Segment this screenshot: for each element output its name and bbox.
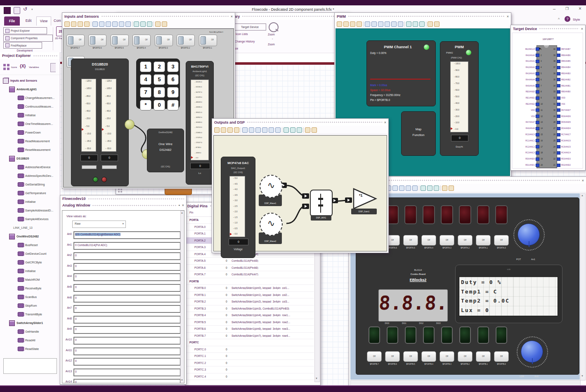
pin-name-left[interactable]: RA2/ANA2	[513, 66, 536, 68]
zoom-in-icon[interactable]	[155, 21, 161, 27]
copy-icon[interactable]	[350, 21, 355, 27]
keypad-key[interactable]: 5	[154, 74, 165, 85]
port-switch-button[interactable]: Off	[458, 351, 473, 362]
keypad-key[interactable]: 9	[167, 87, 179, 98]
channel-value-input[interactable]: 0 ComboBL0114(Pot ADC)	[73, 242, 181, 250]
redo-icon[interactable]	[221, 127, 226, 133]
inputs-titlebar[interactable]: Inputs and Sensors×	[62, 13, 235, 20]
rotate-right-icon[interactable]	[385, 21, 390, 27]
rotate-right-icon[interactable]	[399, 185, 404, 191]
channel-value-input[interactable]: 0	[73, 326, 181, 334]
pin-name-left[interactable]: RC1/ANC1	[513, 140, 536, 142]
pin-name-right[interactable]: RB0/ANB0	[560, 91, 583, 93]
pan-icon[interactable]	[147, 21, 152, 27]
analog-scrollbar[interactable]	[180, 211, 184, 383]
channel-value-input[interactable]: 0	[73, 347, 181, 355]
zoom-out-label[interactable]: Zoom	[268, 43, 275, 46]
component-properties-button[interactable]: Component Properties	[3, 35, 53, 42]
send-to-back-icon[interactable]	[371, 21, 377, 27]
analog-window-titlebar[interactable]: Analog Window▪×	[60, 202, 186, 209]
sensor-button[interactable]	[82, 165, 97, 169]
close-icon[interactable]: ×	[384, 120, 386, 124]
dsp-mixer-block[interactable]	[310, 190, 333, 217]
port-switch-button[interactable]: Off	[494, 235, 509, 246]
flip-vertical-icon[interactable]	[275, 127, 281, 133]
flip-horizontal-icon[interactable]	[406, 185, 411, 191]
pin-name-right[interactable]: RC7/ANC7	[560, 134, 583, 136]
send-to-back-icon[interactable]	[249, 127, 254, 133]
flip-horizontal-icon[interactable]	[391, 21, 397, 27]
pin-row[interactable]: PORTA.5 0 ComboBL0114(PinA5)	[186, 258, 314, 265]
flip-horizontal-icon[interactable]	[269, 127, 274, 133]
keypad-key[interactable]: *	[140, 100, 151, 110]
snap-grid-icon[interactable]	[290, 127, 295, 133]
pin-name-left[interactable]: RD1/AND1	[513, 164, 536, 166]
sensor-button[interactable]	[102, 165, 117, 169]
rotate-right-icon[interactable]	[262, 127, 267, 133]
paste-icon[interactable]	[84, 21, 90, 27]
pot-knob[interactable]	[517, 223, 540, 246]
tree-item[interactable]: AmbientLight1	[1, 85, 59, 94]
scroll-down-icon[interactable]: ▼	[581, 375, 584, 377]
one-wire-node[interactable]	[125, 120, 135, 129]
undo-icon[interactable]: ↺	[23, 6, 27, 12]
ldr-knob[interactable]	[521, 340, 543, 363]
snap-grid-icon[interactable]	[140, 21, 146, 27]
tree-item[interactable]: OneTimeMeasurem...	[1, 120, 59, 128]
redo-icon[interactable]	[71, 21, 76, 27]
zoom-out-icon[interactable]	[312, 127, 317, 133]
rotate-left-icon[interactable]	[392, 185, 398, 191]
pin-name-right[interactable]: RD7/AND7	[560, 109, 583, 111]
save-icon[interactable]	[14, 7, 20, 14]
change-history-menu-item[interactable]: Change History	[235, 40, 255, 43]
port-switch-button[interactable]: Off	[403, 351, 418, 362]
pin-row[interactable]: PORTC	[186, 339, 314, 346]
channel-value-input[interactable]: 0	[73, 337, 181, 345]
tree-item[interactable]: SampleAddressedD...	[1, 206, 59, 215]
target-device-titlebar[interactable]: Target Device×	[511, 25, 585, 32]
tab-file[interactable]: File	[4, 16, 20, 26]
port-switch-button[interactable]: Off	[476, 235, 491, 246]
help-icon[interactable]: ?	[565, 16, 570, 22]
align-icon[interactable]	[421, 185, 426, 191]
scroll-down-icon[interactable]: ▼	[315, 377, 318, 380]
pwm-titlebar[interactable]: PWM×	[335, 13, 511, 20]
tree-item[interactable]: DS18B20	[1, 154, 59, 163]
port-switch-button[interactable]: Off	[440, 235, 454, 246]
pin-name-right[interactable]: VSS	[560, 103, 583, 105]
keypad-key[interactable]: #	[167, 100, 179, 110]
icon-lists-menu-item[interactable]: Icon Lists	[236, 33, 248, 35]
explorer-footer-box[interactable]	[3, 358, 57, 374]
align-icon[interactable]	[284, 127, 289, 133]
pan-icon[interactable]	[297, 127, 302, 133]
pin-name-right[interactable]: RB2/ANB2	[560, 79, 583, 81]
close-icon[interactable]: ×	[231, 14, 233, 19]
bh1750-block[interactable]: BH1750FVI AmbientLight1 (I2C CH1) 65535.…	[186, 61, 214, 185]
tree-item[interactable]: Initialise	[1, 197, 59, 206]
pin-row[interactable]: PORTB.4 0 SwitchArraySlider1(pin4), keyp…	[186, 312, 314, 319]
snap-grid-icon[interactable]	[413, 21, 418, 27]
zoom-out-icon[interactable]	[434, 21, 440, 27]
channel-value-input[interactable]: 0	[73, 263, 181, 271]
tree-item[interactable]: ScanBus	[1, 293, 59, 301]
pin-row[interactable]: PORTB.7 0 SwitchArraySlider1(pin7), keyp…	[186, 333, 314, 340]
tree-item[interactable]: ChangeMeasuremen...	[1, 94, 59, 102]
tree-item[interactable]: AddressNextDevice	[1, 163, 59, 171]
channel-value-input[interactable]: 0	[73, 316, 181, 324]
pin-row[interactable]: PORTB.5 0 SwitchArraySlider1(pin5), keyp…	[186, 319, 314, 326]
pin-name-right[interactable]: RB1/ANB1	[560, 85, 583, 87]
rotate-left-icon[interactable]	[378, 21, 383, 27]
copy-icon[interactable]	[227, 127, 233, 133]
separator[interactable]	[241, 127, 241, 133]
ds18b20-block[interactable]: DS18B20 DS18B20 125.0105.085.065.045.025…	[71, 59, 129, 186]
rotate-left-icon[interactable]	[106, 21, 111, 27]
channel-value-input[interactable]: 0	[73, 252, 181, 260]
pin-name-right[interactable]: VDD	[560, 97, 583, 99]
project-explorer-header[interactable]: Project Explorer	[0, 52, 60, 59]
tree-item[interactable]: Inputs and Sensors	[1, 76, 59, 85]
pin-name-right[interactable]: RB3/ANB3	[560, 73, 583, 75]
pin-row[interactable]: PORTC.2 0	[186, 360, 314, 367]
tree-item[interactable]: Initialise	[1, 267, 59, 275]
channel-value-input[interactable]: 0	[73, 284, 181, 292]
view-mode-dropdown[interactable]: Raw ▾	[72, 221, 126, 228]
